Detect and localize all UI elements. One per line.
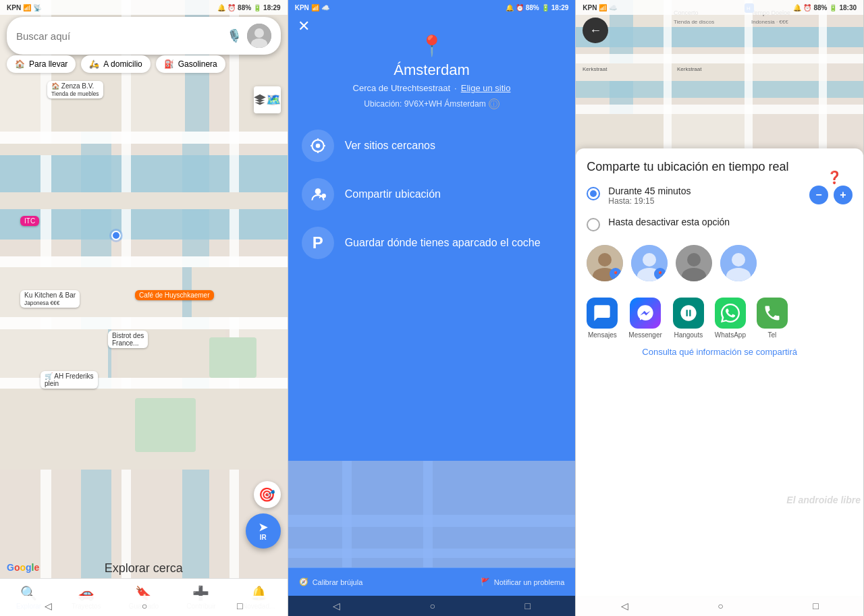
google-logo: Google bbox=[7, 562, 39, 573]
battery-icon-3: 🔋 bbox=[829, 4, 837, 11]
status-right-1: 🔔 ⏰ 88% 🔋 18:29 bbox=[217, 4, 281, 11]
alarm-3: ⏰ bbox=[803, 4, 811, 11]
recents-btn-1[interactable]: □ bbox=[237, 600, 242, 611]
recents-btn-2[interactable]: □ bbox=[525, 600, 531, 611]
carrier-2: KPN bbox=[295, 4, 309, 11]
app-messenger[interactable]: Messenger bbox=[628, 298, 662, 339]
map-background[interactable]: 🏠 Zenza B.V.Tienda de muebles ITC Ku Kit… bbox=[0, 0, 288, 616]
back-btn-3[interactable]: ◁ bbox=[621, 600, 628, 611]
nfc-2: 🔔 bbox=[506, 4, 514, 11]
pill-domicilio[interactable]: 🛵 A domicilio bbox=[81, 55, 150, 73]
radio-permanent[interactable] bbox=[587, 218, 600, 231]
mic-icon[interactable]: 🎙️ bbox=[227, 28, 242, 43]
maps-badge-2: 📍 bbox=[654, 268, 666, 280]
report-btn[interactable]: 🚩 Notificar un problema bbox=[481, 578, 565, 586]
home-btn-2[interactable]: ○ bbox=[430, 600, 435, 611]
whatsapp-label: WhatsApp bbox=[715, 331, 746, 339]
search-input[interactable] bbox=[16, 30, 221, 42]
hangouts-label: Hangouts bbox=[674, 331, 703, 339]
app-hangouts[interactable]: Hangouts bbox=[673, 298, 704, 339]
status-left-3: KPN 📶 ☁️ bbox=[583, 4, 617, 11]
menu-item-parking[interactable]: P Guardar dónde tienes aparcado el coche bbox=[302, 227, 562, 259]
info-link[interactable]: Consulta qué información se compartirá bbox=[587, 347, 853, 357]
contact-3[interactable] bbox=[676, 245, 712, 281]
sheet-title: Comparte tu ubicación en tiempo real bbox=[587, 159, 853, 175]
battery-icon-1: 🔋 bbox=[253, 4, 261, 11]
alarm-icon: ⏰ bbox=[227, 4, 236, 11]
choose-site-link[interactable]: Elige un sitio bbox=[461, 83, 511, 93]
explore-text: Explorar cerca bbox=[105, 561, 183, 575]
map-layers-button[interactable]: 🗺️ bbox=[254, 86, 281, 113]
close-button[interactable]: ✕ bbox=[298, 18, 310, 35]
nfc-icon: 🔔 bbox=[217, 4, 225, 11]
wifi-icon: 📡 bbox=[33, 4, 41, 11]
panel-share-location: Concerto Tienda de discos Tempo Doeloe I… bbox=[576, 0, 864, 616]
contact-2[interactable]: 📍 bbox=[631, 245, 668, 281]
pill-gasolinera[interactable]: ⛽ Gasolinera bbox=[156, 55, 225, 73]
svg-rect-24 bbox=[209, 337, 256, 378]
report-label: Notificar un problema bbox=[494, 578, 565, 586]
popup-title: Ámsterdam bbox=[394, 61, 469, 79]
watermark: El androide libre bbox=[784, 492, 863, 508]
pill-icon-2: ⛽ bbox=[164, 59, 174, 69]
svg-point-74 bbox=[687, 253, 701, 267]
pill-label-2: Gasolinera bbox=[178, 59, 217, 69]
location-dot bbox=[111, 231, 121, 240]
android-nav-2: ◁ ○ □ bbox=[288, 596, 576, 616]
decrease-time-button[interactable]: − bbox=[809, 186, 828, 204]
option-permanent[interactable]: Hasta desactivar esta opción bbox=[587, 217, 853, 231]
svg-rect-56 bbox=[753, 63, 819, 81]
home-btn-3[interactable]: ○ bbox=[718, 600, 723, 611]
alarm-2: ⏰ bbox=[516, 4, 524, 11]
calibrate-btn[interactable]: 🧭 Calibrar brújula bbox=[299, 578, 363, 586]
navigate-arrow-icon: ➤ bbox=[259, 521, 267, 534]
app-tel[interactable]: Tel bbox=[757, 298, 788, 339]
option-text-45min: Durante 45 minutos Hasta: 19:15 bbox=[608, 186, 691, 206]
search-bar[interactable]: 🎙️ bbox=[7, 17, 281, 55]
help-icon[interactable]: ❓ bbox=[827, 170, 842, 185]
popup-subtitle: Cerca de Utrechtsestraat · Elige un siti… bbox=[353, 83, 511, 93]
tel-label: Tel bbox=[768, 331, 777, 339]
status-bar-3: KPN 📶 ☁️ 🔔 ⏰ 88% 🔋 18:30 bbox=[576, 0, 863, 15]
status-right-3: 🔔 ⏰ 88% 🔋 18:30 bbox=[793, 4, 857, 11]
compass-icon: 🧭 bbox=[299, 578, 308, 586]
option2-main: Hasta desactivar esta opción bbox=[608, 217, 730, 227]
wifi-2: ☁️ bbox=[321, 4, 329, 11]
menu-share-label: Compartir ubicación bbox=[345, 188, 441, 200]
app-mensajes[interactable]: Mensajes bbox=[587, 298, 618, 339]
pill-para-llevar[interactable]: 🏠 Para llevar bbox=[7, 55, 76, 73]
back-btn-1[interactable]: ◁ bbox=[45, 600, 52, 611]
svg-point-71 bbox=[643, 253, 656, 267]
home-btn-1[interactable]: ○ bbox=[142, 600, 147, 611]
parking-icon: P bbox=[302, 227, 334, 259]
menu-item-nearby[interactable]: Ver sitios cercanos bbox=[302, 130, 562, 162]
increase-time-button[interactable]: + bbox=[834, 186, 853, 204]
avatar[interactable] bbox=[247, 24, 271, 48]
radio-45min[interactable] bbox=[587, 187, 600, 200]
time-3: 18:30 bbox=[839, 4, 857, 11]
bottom-bar-2: 🧭 Calibrar brújula 🚩 Notificar un proble… bbox=[288, 567, 576, 596]
battery-1: 88% bbox=[238, 4, 251, 11]
explore-near-label: Explorar cerca bbox=[0, 561, 288, 576]
app-whatsapp[interactable]: WhatsApp bbox=[715, 298, 746, 339]
my-location-button[interactable]: 🎯 bbox=[254, 481, 281, 508]
option-45min[interactable]: Durante 45 minutos Hasta: 19:15 − + bbox=[587, 186, 853, 206]
menu-item-share[interactable]: Compartir ubicación bbox=[302, 178, 562, 211]
place-ah: 🛒 AH Frederiksplein bbox=[40, 371, 98, 389]
contact-4[interactable] bbox=[720, 245, 757, 281]
messenger-label: Messenger bbox=[628, 331, 662, 339]
layers-icon: 🗺️ bbox=[266, 92, 281, 107]
back-btn-2[interactable]: ◁ bbox=[333, 600, 340, 611]
menu-nearby-label: Ver sitios cercanos bbox=[345, 140, 435, 152]
nav-btn-label: IR bbox=[260, 534, 267, 541]
panel-location-popup: KPN 📶 ☁️ 🔔 ⏰ 88% 🔋 18:29 ✕ 📍 Ámsterdam C… bbox=[288, 0, 576, 616]
time-1: 18:29 bbox=[263, 4, 281, 11]
mensajes-icon bbox=[587, 298, 618, 329]
signal-3: 📶 bbox=[599, 4, 607, 11]
navigate-button[interactable]: ➤ IR bbox=[246, 513, 281, 549]
recents-btn-3[interactable]: □ bbox=[813, 600, 818, 611]
tel-icon bbox=[757, 298, 788, 329]
nearby-icon bbox=[302, 130, 334, 162]
status-right-2: 🔔 ⏰ 88% 🔋 18:29 bbox=[506, 4, 569, 11]
contact-1[interactable]: 📍 bbox=[587, 245, 623, 281]
